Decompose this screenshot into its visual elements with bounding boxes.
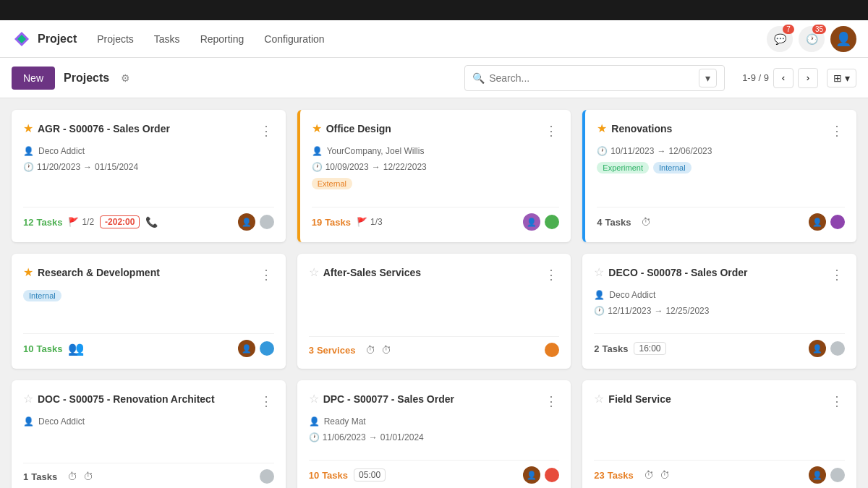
project-grid: ★ AGR - S00076 - Sales Order ⋮ 👤 Deco Ad… bbox=[12, 110, 856, 488]
card-menu-button[interactable]: ⋮ bbox=[829, 121, 845, 140]
date-end: 01/15/2024 bbox=[95, 162, 138, 172]
card-menu-button[interactable]: ⋮ bbox=[829, 265, 845, 284]
timer-button[interactable]: ⏱ bbox=[641, 216, 651, 228]
footer-icons: 👤 bbox=[523, 213, 559, 231]
milestones: 🚩 1/3 bbox=[357, 217, 383, 227]
card-header: ★ Office Design ⋮ bbox=[312, 121, 560, 140]
customer-name: Deco Addict bbox=[38, 416, 85, 427]
date-start: 11/20/2023 bbox=[37, 162, 80, 172]
star-button[interactable]: ★ bbox=[23, 265, 33, 279]
star-button[interactable]: ★ bbox=[597, 121, 607, 135]
search-input[interactable] bbox=[489, 72, 694, 84]
card-dates: 🕐 12/11/2023 → 12/25/2023 bbox=[594, 306, 845, 316]
card-header: ☆ DOC - S00075 - Renovation Architect ⋮ bbox=[23, 392, 274, 411]
status-dot[interactable] bbox=[830, 341, 845, 356]
task-count: 10 Tasks bbox=[23, 343, 62, 354]
milestones: 🚩 1/2 bbox=[68, 217, 94, 227]
date-end: 12/22/2023 bbox=[383, 162, 427, 172]
card-title: Field Service bbox=[608, 393, 671, 405]
card-title-row: ☆ DPC - S00077 - Sales Order bbox=[309, 392, 544, 406]
next-page-button[interactable]: › bbox=[798, 68, 818, 88]
nav-configuration[interactable]: Configuration bbox=[255, 27, 333, 51]
messages-badge: 7 bbox=[783, 25, 794, 34]
card-menu-button[interactable]: ⋮ bbox=[829, 392, 845, 411]
task-label: Tasks bbox=[608, 470, 634, 481]
date-start: 12/11/2023 bbox=[608, 306, 651, 316]
footer-icons: 👤 bbox=[809, 213, 845, 231]
star-button[interactable]: ☆ bbox=[594, 265, 604, 279]
status-dot[interactable] bbox=[545, 343, 559, 357]
card-title: After-Sales Services bbox=[323, 267, 421, 278]
card-menu-button[interactable]: ⋮ bbox=[258, 121, 274, 140]
person-icon: 👤 bbox=[309, 416, 320, 427]
card-menu-button[interactable]: ⋮ bbox=[258, 265, 274, 284]
clock-card-icon: 🕐 bbox=[312, 162, 323, 172]
star-button[interactable]: ★ bbox=[312, 121, 322, 135]
status-dot[interactable] bbox=[260, 469, 274, 484]
task-number: 2 bbox=[594, 343, 599, 354]
task-number: 3 bbox=[309, 345, 314, 356]
status-dot[interactable] bbox=[260, 341, 274, 356]
card-title: DECO - S00078 - Sales Order bbox=[608, 267, 747, 278]
customer-name: Deco Addict bbox=[38, 146, 85, 156]
card-header: ☆ DECO - S00078 - Sales Order ⋮ bbox=[594, 265, 845, 284]
view-toggle-button[interactable]: ⊞ ▾ bbox=[827, 69, 856, 87]
star-button[interactable]: ☆ bbox=[594, 392, 604, 406]
nav-tasks[interactable]: Tasks bbox=[145, 27, 189, 51]
task-label: Services bbox=[317, 345, 356, 356]
card-menu-button[interactable]: ⋮ bbox=[258, 392, 274, 411]
card-menu-button[interactable]: ⋮ bbox=[543, 392, 559, 411]
person-icon: 👤 bbox=[594, 290, 605, 300]
timer-icon[interactable]: ⏱ bbox=[660, 469, 670, 481]
arrow-icon: → bbox=[657, 146, 665, 156]
card-dates: 🕐 10/11/2023 → 12/06/2023 bbox=[597, 146, 845, 156]
star-button[interactable]: ☆ bbox=[309, 265, 319, 279]
card-customer: 👤 Deco Addict bbox=[23, 416, 274, 427]
timer-button[interactable]: ⏱ bbox=[644, 469, 654, 481]
status-dot[interactable] bbox=[830, 215, 845, 229]
task-number: 19 bbox=[312, 217, 322, 228]
card-header: ★ Research & Development ⋮ bbox=[23, 265, 274, 284]
new-button[interactable]: New bbox=[12, 67, 55, 90]
footer-icons: 👤 bbox=[238, 213, 274, 231]
star-button[interactable]: ★ bbox=[23, 121, 33, 135]
messages-button[interactable]: 💬 7 bbox=[767, 26, 793, 52]
search-dropdown-button[interactable]: ▾ bbox=[699, 69, 717, 87]
status-dot[interactable] bbox=[545, 215, 559, 229]
activities-button[interactable]: 🕐 35 bbox=[799, 26, 825, 52]
timer-button[interactable]: ⏱ bbox=[67, 471, 77, 482]
star-button[interactable]: ☆ bbox=[23, 392, 33, 406]
project-card-renovations: ★ Renovations ⋮ 🕐 10/11/2023 → 12/06/202… bbox=[582, 110, 856, 242]
card-customer: 👤 Ready Mat bbox=[309, 416, 560, 427]
project-card-doc: ☆ DOC - S00075 - Renovation Architect ⋮ … bbox=[12, 380, 286, 488]
date-end: 12/06/2023 bbox=[668, 146, 712, 156]
project-card-dpc: ☆ DPC - S00077 - Sales Order ⋮ 👤 Ready M… bbox=[297, 380, 571, 488]
status-dot[interactable] bbox=[830, 468, 845, 482]
card-menu-button[interactable]: ⋮ bbox=[543, 265, 559, 284]
card-header: ★ Renovations ⋮ bbox=[597, 121, 845, 140]
star-button[interactable]: ☆ bbox=[309, 392, 319, 406]
card-menu-button[interactable]: ⋮ bbox=[543, 121, 559, 140]
nav-reporting[interactable]: Reporting bbox=[192, 27, 253, 51]
group-icon: 👥 bbox=[68, 341, 84, 356]
prev-page-button[interactable]: ‹ bbox=[773, 68, 793, 88]
timer-icon[interactable]: ⏱ bbox=[381, 344, 391, 356]
card-footer: 23 Tasks ⏱ ⏱ 👤 bbox=[594, 460, 845, 484]
card-tags: External bbox=[312, 178, 560, 189]
timer-icon[interactable]: ⏱ bbox=[83, 471, 93, 482]
card-footer: 2 Tasks 16:00 👤 bbox=[594, 333, 845, 357]
task-number: 4 bbox=[597, 217, 602, 228]
settings-icon[interactable]: ⚙ bbox=[121, 72, 130, 84]
time-badge: 16:00 bbox=[634, 342, 665, 355]
card-customer: 👤 Deco Addict bbox=[594, 290, 845, 300]
status-dot[interactable] bbox=[260, 215, 274, 229]
timer-button[interactable]: ⏱ bbox=[365, 344, 375, 356]
card-title: Office Design bbox=[326, 123, 391, 134]
task-count: 19 Tasks bbox=[312, 217, 351, 228]
logo[interactable]: Project bbox=[12, 29, 77, 49]
status-dot[interactable] bbox=[545, 468, 559, 482]
subheader: New Projects ⚙ 🔍 ▾ 1-9 / 9 ‹ › ⊞ ▾ bbox=[0, 58, 868, 98]
user-avatar[interactable]: 👤 bbox=[830, 26, 856, 52]
nav-projects[interactable]: Projects bbox=[88, 27, 142, 51]
phone-icon: 📞 bbox=[145, 216, 158, 228]
